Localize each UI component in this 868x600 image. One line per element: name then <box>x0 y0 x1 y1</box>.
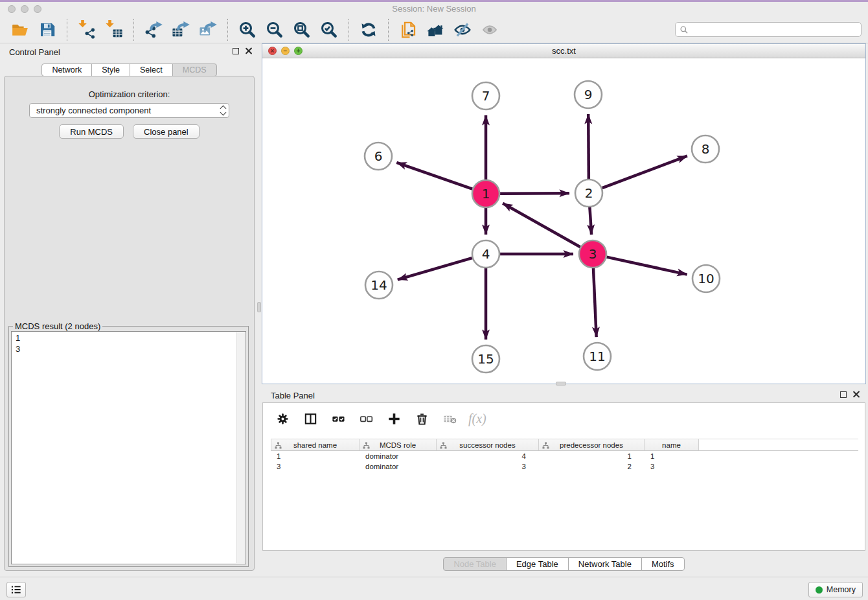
refresh-button[interactable] <box>355 17 382 42</box>
tab-mcds[interactable]: MCDS <box>172 63 217 76</box>
zoom-out-button[interactable] <box>261 17 288 42</box>
node-label: 8 <box>702 141 710 157</box>
optimization-criterion-select[interactable]: strongly connected component <box>29 103 229 118</box>
column-header-successor-nodes[interactable]: successor nodes <box>437 439 539 450</box>
column-label: MCDS role <box>360 441 436 449</box>
network-graph[interactable]: 1234678910111415 <box>262 58 865 383</box>
graph-node-11[interactable]: 11 <box>584 343 611 370</box>
table-cell: 3 <box>645 463 699 470</box>
show-graphics-details-button[interactable] <box>476 17 503 42</box>
graph-node-2[interactable]: 2 <box>575 179 602 207</box>
show-graphics-details-icon <box>480 20 499 40</box>
mcds-result-text: 1 3 <box>12 332 236 564</box>
export-network-button[interactable] <box>140 17 167 42</box>
save-session-icon <box>38 20 57 40</box>
export-image-button[interactable] <box>194 17 222 42</box>
edge-3-1[interactable] <box>503 203 580 247</box>
float-panel-icon[interactable] <box>233 48 239 54</box>
graph-node-1[interactable]: 1 <box>472 180 499 207</box>
memory-button[interactable]: Memory <box>808 582 863 597</box>
task-history-button[interactable] <box>6 582 26 597</box>
edge-1-2[interactable] <box>500 193 569 194</box>
search-input[interactable] <box>689 25 857 35</box>
open-network-file-button[interactable] <box>394 17 422 42</box>
hide-graphics-details-button[interactable] <box>449 17 476 42</box>
tab-select[interactable]: Select <box>130 63 173 76</box>
table-row[interactable]: 3dominator323 <box>271 461 858 472</box>
table-panel: Table Panel f(x) shared name MCDS role s… <box>262 387 866 575</box>
table-body: 1dominator4113dominator323 <box>271 451 858 472</box>
result-scrollbar[interactable] <box>236 332 245 563</box>
toolbar-separator <box>133 19 134 41</box>
select-all-columns-button[interactable] <box>329 410 347 428</box>
export-network-icon <box>144 20 163 40</box>
horizontal-splitter-handle[interactable] <box>556 382 566 386</box>
list-icon <box>10 583 23 596</box>
table-panel-header: Table Panel <box>262 387 866 404</box>
graph-node-4[interactable]: 4 <box>472 240 499 268</box>
delete-table-button[interactable] <box>440 410 459 428</box>
add-column-button[interactable] <box>385 410 403 428</box>
close-panel-icon[interactable] <box>245 47 252 54</box>
unselect-all-columns-button[interactable] <box>357 410 375 428</box>
graph-node-15[interactable]: 15 <box>472 345 499 373</box>
graph-node-7[interactable]: 7 <box>472 82 499 110</box>
show-columns-button[interactable] <box>301 410 319 428</box>
search-box[interactable] <box>675 22 862 37</box>
graph-node-14[interactable]: 14 <box>365 271 393 299</box>
network-canvas[interactable]: 1234678910111415 <box>262 58 865 383</box>
column-header-MCDS-role[interactable]: MCDS role <box>360 439 437 450</box>
unselect-all-columns-icon <box>359 411 374 426</box>
open-session-icon <box>10 20 30 40</box>
edge-2-8[interactable] <box>602 156 687 189</box>
graph-node-8[interactable]: 8 <box>692 135 719 163</box>
table-panel-title: Table Panel <box>271 391 315 400</box>
run-mcds-button[interactable]: Run MCDS <box>59 124 124 139</box>
tab-network-table[interactable]: Network Table <box>568 557 642 571</box>
edge-2-9[interactable] <box>588 114 589 179</box>
tab-motifs[interactable]: Motifs <box>641 557 685 571</box>
column-header-predecessor-nodes[interactable]: predecessor nodes <box>539 439 645 450</box>
graph-node-9[interactable]: 9 <box>575 81 602 108</box>
zoom-fit-button[interactable] <box>288 17 315 42</box>
vertical-splitter-handle[interactable] <box>257 302 261 312</box>
optimization-criterion-value: strongly connected component <box>30 106 217 115</box>
float-panel-icon[interactable] <box>840 391 847 398</box>
graph-node-6[interactable]: 6 <box>365 143 392 170</box>
graph-node-10[interactable]: 10 <box>692 265 720 292</box>
mcds-result-legend: MCDS result (2 nodes) <box>13 321 102 331</box>
tab-edge-table[interactable]: Edge Table <box>506 557 569 571</box>
table-row[interactable]: 1dominator411 <box>271 451 858 461</box>
graph-node-3[interactable]: 3 <box>579 240 606 268</box>
function-builder-button[interactable]: f(x) <box>468 411 486 426</box>
edge-2-3[interactable] <box>589 207 591 235</box>
save-session-button[interactable] <box>34 17 61 42</box>
delete-columns-button[interactable] <box>413 410 431 428</box>
export-image-icon <box>198 20 218 40</box>
close-panel-button[interactable]: Close panel <box>133 124 200 139</box>
table-cell: 2 <box>539 463 645 470</box>
import-network-button[interactable] <box>73 17 100 42</box>
import-table-button[interactable] <box>100 17 128 42</box>
delete-table-icon <box>442 411 457 426</box>
node-label: 6 <box>374 148 383 164</box>
edge-1-6[interactable] <box>396 163 472 189</box>
zoom-in-button[interactable] <box>234 17 261 42</box>
tab-network[interactable]: Network <box>41 63 92 76</box>
tab-node-table[interactable]: Node Table <box>443 557 507 571</box>
column-header-shared-name[interactable]: shared name <box>271 439 360 450</box>
column-header-name[interactable]: name <box>645 439 699 450</box>
edge-3-10[interactable] <box>606 257 687 275</box>
cyndex-browser-button[interactable] <box>422 17 449 42</box>
export-table-button[interactable] <box>167 17 194 42</box>
edge-3-11[interactable] <box>593 268 597 337</box>
zoom-selected-button[interactable] <box>315 17 343 42</box>
network-window-titlebar[interactable]: × − + scc.txt <box>262 44 865 58</box>
import-table-icon <box>104 20 124 40</box>
edge-4-14[interactable] <box>398 258 472 279</box>
open-session-button[interactable] <box>6 17 34 42</box>
table-settings-button[interactable] <box>273 410 291 428</box>
column-type-icon <box>440 442 447 449</box>
tab-style[interactable]: Style <box>91 63 130 76</box>
close-panel-icon[interactable] <box>852 391 860 398</box>
